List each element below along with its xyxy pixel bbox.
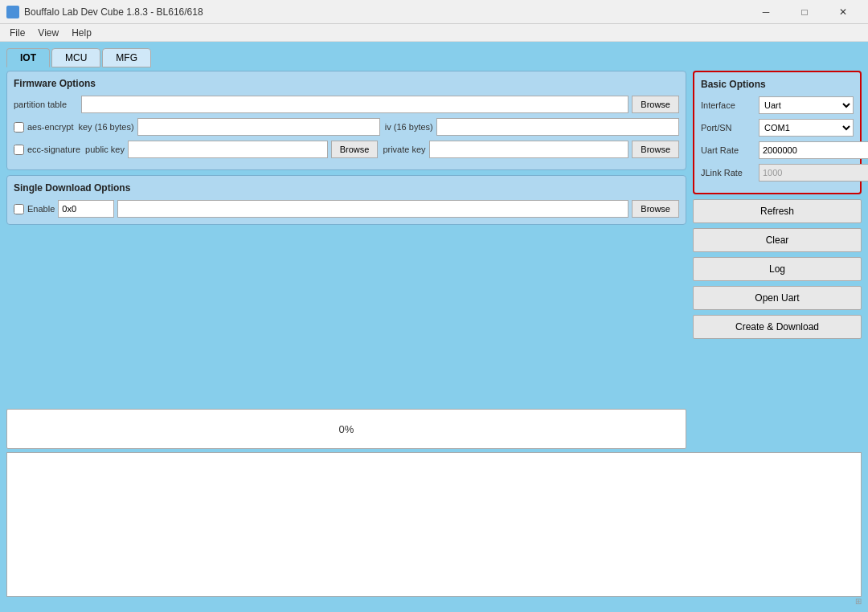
- port-sn-label: Port/SN: [701, 123, 755, 133]
- interface-select[interactable]: Uart JLink OpenOCD: [759, 96, 854, 114]
- right-panel: Basic Options Interface Uart JLink OpenO…: [693, 71, 862, 449]
- jlink-rate-input[interactable]: [759, 164, 868, 182]
- title-bar: Bouffalo Lab Dev Cube 1.8.3 - BL616/618 …: [0, 0, 868, 24]
- single-browse-button[interactable]: Browse: [632, 200, 679, 218]
- firmware-options-title: Firmware Options: [14, 78, 679, 89]
- public-key-label: public key: [85, 145, 125, 154]
- basic-options-title: Basic Options: [701, 79, 854, 90]
- ecc-signature-label: ecc-signature: [27, 145, 80, 154]
- basic-options-box: Basic Options Interface Uart JLink OpenO…: [693, 71, 862, 194]
- single-download-row: Enable Browse: [14, 200, 679, 218]
- menu-bar: File View Help: [0, 24, 868, 42]
- action-buttons: Refresh Clear Log Open Uart Create & Dow…: [693, 199, 862, 339]
- refresh-button[interactable]: Refresh: [693, 199, 862, 223]
- iv-label: iv (16 bytes): [385, 122, 433, 132]
- uart-rate-row: Uart Rate: [701, 141, 854, 159]
- maximize-button[interactable]: □: [786, 1, 823, 23]
- aes-encrypt-row: aes-encrypt key (16 bytes) iv (16 bytes): [14, 118, 679, 136]
- port-sn-row: Port/SN COM1 COM2 COM3: [701, 119, 854, 137]
- private-key-browse-button[interactable]: Browse: [632, 141, 679, 158]
- menu-help[interactable]: Help: [65, 26, 98, 40]
- close-button[interactable]: ✕: [825, 1, 862, 23]
- title-bar-left: Bouffalo Lab Dev Cube 1.8.3 - BL616/618: [6, 6, 203, 18]
- uart-rate-label: Uart Rate: [701, 145, 755, 155]
- public-key-browse-button[interactable]: Browse: [331, 141, 379, 158]
- partition-table-label: partition table: [14, 100, 78, 109]
- left-panel: Firmware Options partition table Browse …: [6, 71, 686, 449]
- address-input[interactable]: [58, 200, 114, 218]
- clear-button[interactable]: Clear: [693, 228, 862, 252]
- menu-view[interactable]: View: [31, 26, 65, 40]
- log-area: [6, 452, 862, 597]
- private-key-label: private key: [383, 145, 425, 154]
- private-key-input[interactable]: [429, 141, 629, 158]
- aes-encrypt-checkbox-label[interactable]: aes-encrypt: [14, 122, 73, 133]
- ecc-signature-checkbox[interactable]: [14, 145, 24, 155]
- tab-iot[interactable]: IOT: [6, 48, 50, 67]
- public-key-input[interactable]: [128, 141, 328, 158]
- interface-row: Interface Uart JLink OpenOCD: [701, 96, 854, 114]
- tab-mcu[interactable]: MCU: [51, 48, 100, 67]
- port-sn-select[interactable]: COM1 COM2 COM3: [759, 119, 854, 137]
- content-area: Firmware Options partition table Browse …: [6, 71, 862, 449]
- tab-mfg[interactable]: MFG: [102, 48, 151, 67]
- partition-table-row: partition table Browse: [14, 96, 679, 113]
- log-button[interactable]: Log: [693, 257, 862, 281]
- ecc-signature-row: ecc-signature public key Browse private …: [14, 141, 679, 158]
- main-content: IOT MCU MFG Firmware Options partition t…: [0, 42, 868, 612]
- aes-encrypt-checkbox[interactable]: [14, 122, 24, 133]
- create-download-button[interactable]: Create & Download: [693, 315, 862, 339]
- enable-checkbox-label[interactable]: Enable: [14, 204, 55, 214]
- jlink-rate-label: JLink Rate: [701, 168, 755, 177]
- interface-label: Interface: [701, 100, 755, 110]
- minimize-button[interactable]: ─: [747, 1, 784, 23]
- single-download-title: Single Download Options: [14, 182, 679, 194]
- progress-bar-area: 0%: [6, 409, 686, 449]
- enable-label: Enable: [27, 204, 55, 214]
- resize-handle[interactable]: ⊞: [6, 597, 862, 606]
- ecc-signature-checkbox-label[interactable]: ecc-signature: [14, 145, 80, 155]
- key-input[interactable]: [137, 118, 380, 136]
- jlink-rate-row: JLink Rate: [701, 164, 854, 182]
- iv-input[interactable]: [436, 118, 679, 136]
- title-bar-text: Bouffalo Lab Dev Cube 1.8.3 - BL616/618: [24, 6, 203, 18]
- progress-text: 0%: [339, 423, 354, 435]
- title-bar-controls: ─ □ ✕: [747, 1, 862, 23]
- key-label: key (16 bytes): [78, 122, 133, 132]
- uart-rate-input[interactable]: [759, 141, 868, 159]
- app-icon: [6, 6, 19, 18]
- menu-file[interactable]: File: [3, 26, 31, 40]
- single-file-input[interactable]: [117, 200, 628, 218]
- tab-bar: IOT MCU MFG: [6, 48, 862, 67]
- open-uart-button[interactable]: Open Uart: [693, 286, 862, 310]
- enable-checkbox[interactable]: [14, 204, 24, 214]
- aes-encrypt-label: aes-encrypt: [27, 122, 73, 132]
- partition-table-browse-button[interactable]: Browse: [632, 96, 679, 113]
- single-download-section: Single Download Options Enable Browse: [6, 175, 686, 225]
- partition-table-input[interactable]: [81, 96, 628, 113]
- firmware-options-section: Firmware Options partition table Browse …: [6, 71, 686, 170]
